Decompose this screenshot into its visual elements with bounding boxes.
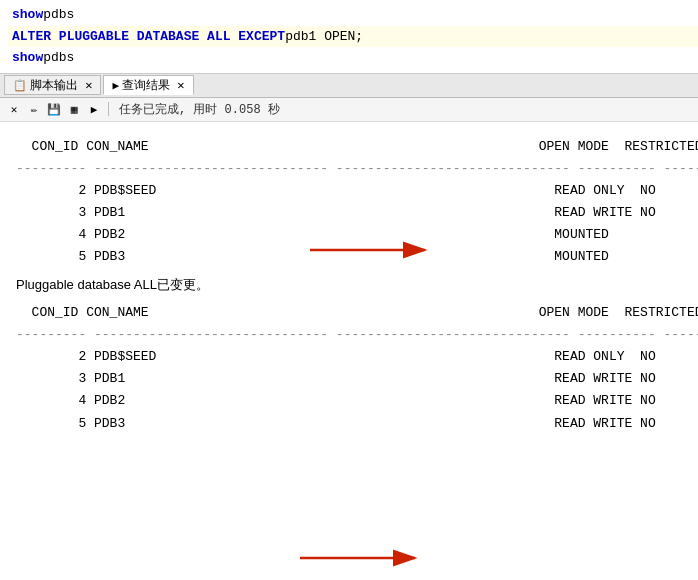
table1-row-3: 4 PDB2 MOUNTED (16, 224, 682, 246)
table1-separator: --------- ------------------------------… (16, 158, 682, 180)
code-rest-3: pdbs (43, 48, 74, 68)
toolbar-grid-icon[interactable]: ▦ (66, 101, 82, 117)
code-rest-2: pdb1 OPEN; (285, 27, 363, 47)
table2-header: CON_ID CON_NAME OPEN MODE RESTRICTED (16, 302, 682, 324)
code-line-3: show pdbs (8, 47, 698, 69)
script-output-icon: 📋 (13, 79, 27, 92)
toolbar-close-icon[interactable]: ✕ (6, 101, 22, 117)
result-table-2: CON_ID CON_NAME OPEN MODE RESTRICTED ---… (16, 302, 682, 435)
table2-separator: --------- ------------------------------… (16, 324, 682, 346)
code-rest-1: pdbs (43, 5, 74, 25)
tab-script-output-label: 脚本输出 (30, 77, 78, 94)
table1-header: CON_ID CON_NAME OPEN MODE RESTRICTED (16, 136, 682, 158)
results-area[interactable]: CON_ID CON_NAME OPEN MODE RESTRICTED ---… (0, 122, 698, 581)
tab-query-results-label: 查询结果 (122, 77, 170, 94)
table1-row-4: 5 PDB3 MOUNTED (16, 246, 682, 268)
toolbar-run-icon[interactable]: ▶ (86, 101, 102, 117)
keyword-alter: ALTER (12, 27, 51, 47)
table2-row-4: 5 PDB3 READ WRITE NO (16, 413, 682, 435)
toolbar-status: 任务已完成, 用时 0.058 秒 (119, 101, 280, 118)
tab-query-results[interactable]: ▶ 查询结果 ✕ (103, 75, 193, 95)
table2-row-1: 2 PDB$SEED READ ONLY NO (16, 346, 682, 368)
code-line-2: ALTER PLUGGABLE DATABASE ALL EXCEPT pdb1… (8, 26, 698, 48)
toolbar-save-icon[interactable]: 💾 (46, 101, 62, 117)
table1-row-2: 3 PDB1 READ WRITE NO (16, 202, 682, 224)
table2-row-2: 3 PDB1 READ WRITE NO (16, 368, 682, 390)
toolbar-edit-icon[interactable]: ✏ (26, 101, 42, 117)
pluggable-message: Pluggable database ALL已变更。 (16, 276, 682, 294)
table2-row-3: 4 PDB2 READ WRITE NO (16, 390, 682, 412)
code-editor: show pdbs ALTER PLUGGABLE DATABASE ALL E… (0, 0, 698, 74)
keyword-show-1: show (12, 5, 43, 25)
tab-script-output[interactable]: 📋 脚本输出 ✕ (4, 75, 101, 95)
tab-bar: 📋 脚本输出 ✕ ▶ 查询结果 ✕ (0, 74, 698, 98)
toolbar-separator (108, 102, 109, 116)
query-results-icon: ▶ (112, 79, 119, 92)
toolbar: ✕ ✏ 💾 ▦ ▶ 任务已完成, 用时 0.058 秒 (0, 98, 698, 122)
code-line-1: show pdbs (8, 4, 698, 26)
table1-row-1: 2 PDB$SEED READ ONLY NO (16, 180, 682, 202)
keyword-show-2: show (12, 48, 43, 68)
result-table-1: CON_ID CON_NAME OPEN MODE RESTRICTED ---… (16, 136, 682, 269)
